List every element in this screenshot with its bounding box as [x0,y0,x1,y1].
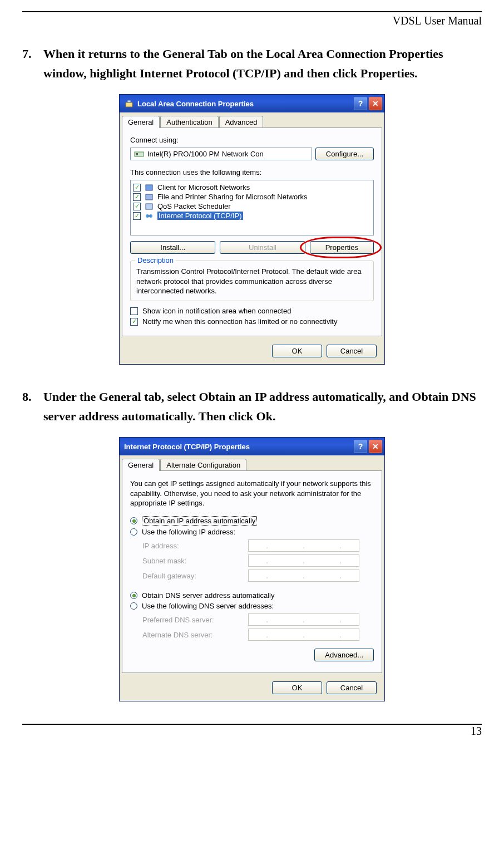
step-7: 7. When it returns to the General Tab on… [22,44,482,83]
svg-rect-6 [146,204,152,209]
use-dns-radio[interactable]: Use the following DNS server addresses: [130,602,374,610]
step-7-text: When it returns to the General Tab on th… [43,44,482,83]
list-item[interactable]: ✓ QoS Packet Scheduler [133,202,371,211]
description-text: Transmission Control Protocol/Internet P… [136,267,368,296]
adapter-field: Intel(R) PRO/1000 PM Network Con [130,148,312,160]
item-label: Internet Protocol (TCP/IP) [157,212,243,220]
pref-dns-row: Preferred DNS server: ... [142,613,374,626]
checkbox-icon[interactable]: ✓ [130,307,138,315]
checkbox-icon[interactable]: ✓ [133,212,141,220]
list-item-selected[interactable]: ✓ Internet Protocol (TCP/IP) [133,211,371,220]
close-button[interactable]: ✕ [369,440,382,453]
connect-using-label: Connect using: [130,136,374,144]
item-label: File and Printer Sharing for Microsoft N… [157,193,307,201]
svg-rect-1 [127,100,131,102]
client-icon [144,184,154,192]
ip-label: IP address: [142,542,248,550]
checkbox-icon[interactable]: ✓ [133,193,141,201]
help-button[interactable]: ? [354,97,367,110]
lac-tabs: General Authentication Advanced [120,112,384,128]
list-item[interactable]: ✓ File and Printer Sharing for Microsoft… [133,192,371,202]
step-7-num: 7. [22,44,43,83]
connection-items-list[interactable]: ✓ Client for Microsoft Networks ✓ File a… [130,180,374,235]
notify-row[interactable]: ✓ Notify me when this connection has lim… [130,317,374,326]
obtain-dns-radio[interactable]: Obtain DNS server address automatically [130,591,374,600]
radio-icon[interactable] [130,517,137,524]
obtain-ip-radio[interactable]: Obtain an IP address automatically [130,516,374,526]
tcpip-intro: You can get IP settings assigned automat… [130,479,374,508]
cancel-button[interactable]: Cancel [327,681,377,694]
tab-general[interactable]: General [122,116,160,128]
properties-button[interactable]: Properties [310,241,374,254]
description-title: Description [135,256,176,264]
nic-icon [134,150,144,158]
svg-rect-0 [126,102,132,107]
tab-authentication[interactable]: Authentication [160,116,218,128]
tcpip-titlebar: Internet Protocol (TCP/IP) Properties ? … [120,438,384,455]
doc-header: VDSL User Manual [22,14,482,27]
cancel-button[interactable]: Cancel [327,345,377,357]
ok-button[interactable]: OK [272,681,322,694]
ip-field: ... [248,539,359,552]
radio-icon[interactable] [130,592,137,599]
ok-button[interactable]: OK [272,345,322,357]
subnet-label: Subnet mask: [142,557,248,565]
item-label: QoS Packet Scheduler [157,202,231,210]
svg-rect-4 [146,185,152,190]
alt-dns-field: ... [248,629,359,641]
ip-address-row: IP address: ... [142,539,374,552]
use-dns-label: Use the following DNS server addresses: [142,602,274,610]
step-8-text: Under the General tab, select Obtain an … [43,387,482,426]
page-number: 13 [22,725,482,738]
notify-label: Notify me when this connection has limit… [142,317,337,326]
tab-general[interactable]: General [122,459,160,471]
list-item[interactable]: ✓ Client for Microsoft Networks [133,183,371,192]
checkbox-icon[interactable]: ✓ [133,203,141,210]
subnet-field: ... [248,554,359,567]
network-icon [124,99,134,109]
checkbox-icon[interactable]: ✓ [130,318,138,326]
tab-alternate[interactable]: Alternate Configuration [160,459,246,471]
svg-rect-3 [136,153,138,155]
checkbox-icon[interactable]: ✓ [133,184,141,192]
radio-icon[interactable] [130,528,137,536]
tcpip-properties-window: Internet Protocol (TCP/IP) Properties ? … [119,437,385,701]
alt-dns-row: Alternate DNS server: ... [142,629,374,641]
uninstall-button[interactable]: Uninstall [220,241,305,254]
pref-dns-field: ... [248,613,359,626]
adapter-name: Intel(R) PRO/1000 PM Network Con [147,150,264,158]
advanced-button[interactable]: Advanced... [314,649,374,661]
gateway-row: Default gateway: ... [142,570,374,582]
items-label: This connection uses the following items… [130,168,374,176]
install-button[interactable]: Install... [130,241,215,254]
radio-icon[interactable] [130,602,137,610]
step-8: 8. Under the General tab, select Obtain … [22,387,482,426]
gateway-label: Default gateway: [142,572,248,580]
header-rule [22,11,482,12]
item-label: Client for Microsoft Networks [157,183,250,192]
gateway-field: ... [248,570,359,582]
pref-dns-label: Preferred DNS server: [142,616,248,624]
lac-properties-window: Local Area Connection Properties ? ✕ Gen… [119,94,385,365]
step-8-num: 8. [22,387,43,426]
show-icon-row[interactable]: ✓ Show icon in notification area when co… [130,307,374,315]
obtain-ip-label: Obtain an IP address automatically [142,516,257,526]
description-group: Description Transmission Control Protoco… [130,261,374,301]
svg-rect-5 [146,194,152,200]
show-icon-label: Show icon in notification area when conn… [142,307,291,315]
lac-title: Local Area Connection Properties [137,100,254,108]
subnet-row: Subnet mask: ... [142,554,374,567]
configure-button[interactable]: Configure... [315,148,374,160]
share-icon [144,193,154,201]
use-ip-label: Use the following IP address: [142,528,235,536]
alt-dns-label: Alternate DNS server: [142,631,248,639]
tcpip-tab-body: You can get IP settings assigned automat… [122,470,382,673]
close-button[interactable]: ✕ [369,97,382,110]
lac-titlebar: Local Area Connection Properties ? ✕ [120,95,384,112]
help-button[interactable]: ? [354,440,367,453]
obtain-dns-label: Obtain DNS server address automatically [142,591,274,600]
lac-tab-body: Connect using: Intel(R) PRO/1000 PM Netw… [122,127,382,336]
tcpip-tabs: General Alternate Configuration [120,455,384,471]
use-ip-radio[interactable]: Use the following IP address: [130,528,374,536]
tab-advanced[interactable]: Advanced [219,116,264,128]
